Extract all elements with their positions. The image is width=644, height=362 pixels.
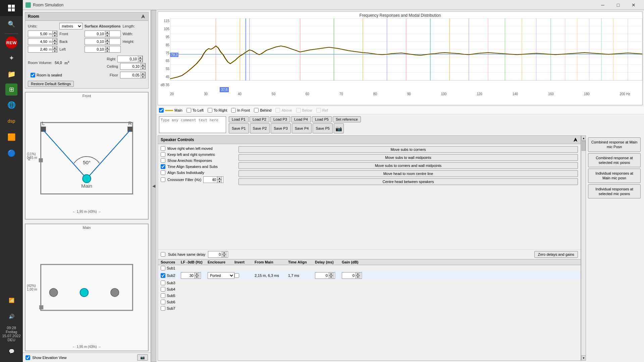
sealed-checkbox[interactable]	[31, 73, 35, 77]
collapse-room-button[interactable]: ⮝	[141, 14, 146, 19]
set-reference-button[interactable]: Set reference	[333, 116, 361, 122]
taskbar-files[interactable]: 📁	[0, 66, 23, 82]
subs-delay-down[interactable]: ▼	[222, 254, 226, 258]
load-p2-button[interactable]: Load P2	[250, 116, 269, 122]
restore-defaults-button[interactable]: Restore Default Settings	[28, 81, 74, 87]
ceiling-value[interactable]	[120, 64, 141, 69]
scroll-up-button[interactable]: ▲	[581, 135, 586, 141]
height-down[interactable]: ▼	[52, 49, 57, 53]
sub2-delay-up[interactable]: ▲	[329, 272, 333, 276]
sub2-enclosure-select[interactable]: Ported Sealed	[208, 272, 234, 279]
left-value[interactable]	[85, 47, 105, 52]
show-anechoic-checkbox[interactable]	[161, 158, 165, 163]
sub2-lf-value[interactable]	[181, 273, 195, 278]
taskbar-search[interactable]: 🔍	[0, 16, 23, 32]
save-p4-button[interactable]: Save P4	[292, 123, 312, 133]
length-value[interactable]	[28, 32, 48, 36]
taskbar-app-4[interactable]: 🌐	[0, 97, 23, 113]
sub2-lf-spinner[interactable]: ▲ ▼	[195, 272, 199, 279]
load-p1-button[interactable]: Load P1	[229, 116, 249, 122]
floor-spinner[interactable]: ▲ ▼	[141, 72, 145, 78]
move-corners-button[interactable]: Move subs to corners	[238, 146, 578, 153]
sub2-gain-up[interactable]: ▲	[356, 272, 360, 276]
crossover-input[interactable]: ▲ ▼	[203, 176, 223, 183]
sub2-delay-value[interactable]	[315, 273, 329, 278]
left-down[interactable]: ▼	[105, 49, 110, 53]
align-subs-checkbox[interactable]	[161, 170, 165, 175]
sub2-lf-down[interactable]: ▼	[195, 276, 199, 279]
floor-down[interactable]: ▼	[141, 75, 145, 78]
back-spinner[interactable]: ▲ ▼	[105, 38, 110, 45]
length-input[interactable]: m ▲ ▼	[28, 31, 57, 37]
height-value[interactable]	[28, 47, 48, 52]
crossover-spinner[interactable]: ▲ ▼	[217, 176, 222, 183]
height-spinner[interactable]: ▲ ▼	[52, 46, 57, 53]
legend-in-front-checkbox[interactable]	[231, 108, 236, 113]
ceiling-spinner[interactable]: ▲ ▼	[141, 63, 145, 70]
crossover-checkbox[interactable]	[161, 177, 165, 182]
subs-delay-up[interactable]: ▲	[222, 251, 226, 254]
move-right-checkbox[interactable]	[161, 146, 165, 151]
maximize-button[interactable]: □	[610, 0, 626, 10]
sub2-gain-spinner[interactable]: ▲ ▼	[356, 272, 360, 279]
subs-delay-spinner[interactable]: ▲ ▼	[222, 251, 226, 258]
scroll-down-button[interactable]: ▼	[581, 355, 586, 361]
right-down[interactable]: ▼	[138, 59, 143, 62]
width-value[interactable]	[28, 39, 48, 44]
floor-value[interactable]	[120, 73, 141, 77]
length-up[interactable]: ▲	[52, 31, 57, 34]
subs-delay-value[interactable]	[208, 252, 222, 257]
sub2-delay-input[interactable]: ▲ ▼	[315, 272, 335, 279]
ceiling-down[interactable]: ▼	[141, 66, 145, 70]
taskbar-app-3[interactable]: ⊞	[5, 83, 17, 96]
right-up[interactable]: ▲	[138, 56, 143, 59]
back-value[interactable]	[85, 39, 105, 44]
show-elevation-checkbox[interactable]	[25, 355, 30, 360]
sub2-gain-value[interactable]	[342, 273, 356, 278]
back-up[interactable]: ▲	[105, 38, 110, 42]
combined-selected-posns-button[interactable]: Combined response at selected mic posns	[588, 153, 641, 168]
centre-head-button[interactable]: Centre head between speakers	[238, 178, 578, 185]
individual-selected-posns-button[interactable]: Individual responses at selected mic pos…	[588, 184, 641, 199]
front-down[interactable]: ▼	[105, 34, 110, 37]
sub2-gain-down[interactable]: ▼	[356, 276, 360, 279]
save-p5-button[interactable]: Save P5	[313, 123, 333, 133]
width-up[interactable]: ▲	[52, 38, 57, 42]
screenshot-button[interactable]: 📷	[137, 354, 148, 361]
speaker-controls-collapse[interactable]: ⮝	[573, 137, 578, 142]
load-p4-button[interactable]: Load P4	[291, 116, 311, 122]
start-button[interactable]	[0, 0, 23, 16]
taskbar-app-2[interactable]: ✦	[0, 50, 23, 66]
individual-main-posn-button[interactable]: Individual responses at Main mic posn	[588, 169, 641, 183]
volume-icon[interactable]: 🔊	[0, 308, 23, 324]
move-midpoints-button[interactable]: Move subs to wall midpoints	[238, 154, 578, 161]
save-p1-button[interactable]: Save P1	[229, 123, 249, 133]
combined-main-posn-button[interactable]: Combined response at Main mic Posn	[588, 137, 641, 152]
ceiling-up[interactable]: ▲	[141, 63, 145, 66]
sub2-delay-down[interactable]: ▼	[329, 276, 333, 279]
crossover-down[interactable]: ▼	[217, 180, 222, 183]
save-p2-button[interactable]: Save P2	[250, 123, 270, 133]
left-up[interactable]: ▲	[105, 46, 110, 49]
back-input[interactable]: ▲ ▼	[85, 38, 121, 45]
sub6-checkbox[interactable]	[161, 300, 165, 304]
length-down[interactable]: ▼	[52, 34, 57, 37]
sub5-checkbox[interactable]	[161, 293, 165, 298]
left-spinner[interactable]: ▲ ▼	[105, 46, 110, 53]
ceiling-input[interactable]: ▲ ▼	[120, 63, 146, 70]
taskbar-app-rew[interactable]: REW	[5, 37, 17, 49]
sub7-checkbox[interactable]	[161, 306, 165, 311]
sub2-gain-input[interactable]: ▲ ▼	[342, 272, 362, 279]
back-down[interactable]: ▼	[105, 42, 110, 45]
crossover-value[interactable]	[204, 177, 217, 182]
save-p3-button[interactable]: Save P3	[271, 123, 291, 133]
subs-delay-checkbox[interactable]	[161, 252, 165, 257]
load-p3-button[interactable]: Load P3	[270, 116, 290, 122]
right-input[interactable]: ▲ ▼	[117, 56, 143, 62]
sub2-checkbox[interactable]	[161, 273, 165, 278]
sub2-invert-checkbox[interactable]	[234, 273, 239, 278]
panel-collapse-button[interactable]: ◀	[151, 10, 156, 362]
load-p5-button[interactable]: Load P5	[312, 116, 332, 122]
network-icon[interactable]: 📶	[0, 292, 23, 308]
sub2-lf-input[interactable]: ▲ ▼	[181, 272, 201, 279]
